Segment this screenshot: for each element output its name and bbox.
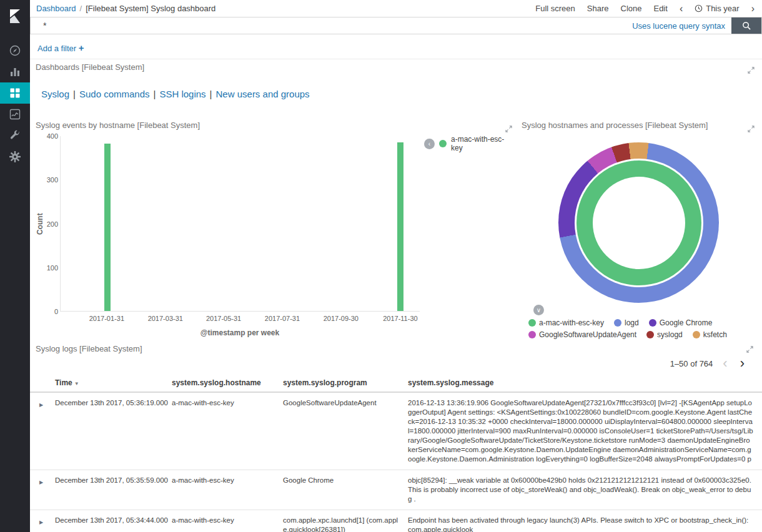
dashboard-link-sudo-commands[interactable]: Sudo commands (79, 89, 150, 99)
header-expander-col (30, 378, 55, 387)
row-expand-icon[interactable]: ▶ (30, 476, 55, 504)
kibana-logo-icon (7, 8, 23, 24)
cell-hostname: a-mac-with-esc-key (172, 516, 283, 532)
sort-caret-icon: ▼ (74, 381, 79, 387)
breadcrumb: Dashboard / [Filebeat System] Syslog das… (36, 4, 215, 13)
table-row: ▶ December 13th 2017, 05:36:19.000 a-mac… (30, 393, 762, 470)
legend-color-dot[interactable] (439, 140, 447, 147)
donut-inner-ring[interactable] (576, 160, 701, 285)
sidebar-item-timelion[interactable] (0, 104, 30, 125)
filter-bar: Add a filter + (30, 34, 762, 59)
header-hostname: system.syslog.hostname (172, 378, 283, 387)
panel-title: Syslog hostnames and processes [Filebeat… (516, 121, 762, 130)
clone-button[interactable]: Clone (621, 4, 642, 13)
x-axis: 2017-01-312017-03-312017-05-312017-07-31… (60, 315, 420, 323)
expand-panel-icon[interactable] (748, 65, 755, 76)
bar-2017-01-31[interactable] (104, 144, 111, 311)
prev-page-button[interactable]: ‹ (720, 357, 730, 370)
wrench-icon (9, 129, 21, 142)
top-bar: Dashboard / [Filebeat System] Syslog das… (30, 0, 762, 17)
panel-syslog-events: Syslog events by hostname [Filebeat Syst… (36, 117, 513, 342)
gear-icon (9, 150, 21, 163)
expand-panel-icon[interactable] (746, 344, 753, 355)
lucene-syntax-link[interactable]: Uses lucene query syntax (632, 21, 725, 31)
legend-color-dot (528, 319, 536, 327)
sidebar-item-discover[interactable] (0, 40, 30, 61)
sidebar-item-visualize[interactable] (0, 61, 30, 82)
breadcrumb-dashboard-link[interactable]: Dashboard (36, 4, 76, 13)
full-screen-button[interactable]: Full screen (535, 4, 575, 13)
legend-label: logd (625, 318, 639, 327)
legend-label: Google Chrome (660, 318, 713, 327)
legend-item[interactable]: a-mac-with-esc-key (528, 318, 604, 327)
clock-icon (695, 4, 703, 12)
y-tick-label: 300 (47, 176, 58, 184)
donut-hole (593, 177, 685, 269)
link-separator: | (73, 89, 76, 99)
legend-label[interactable]: a-mac-with-esc-key (451, 135, 513, 152)
expand-panel-icon[interactable] (748, 124, 755, 135)
x-axis-title: @timestamp per week (60, 328, 420, 337)
link-separator: | (154, 89, 156, 99)
legend-color-dot (528, 331, 536, 338)
bar-2017-11-30[interactable] (397, 142, 403, 311)
x-tick-label: 2017-11-30 (383, 315, 417, 322)
query-bar: Uses lucene query syntax (30, 17, 762, 34)
bar-chart-icon (9, 66, 21, 78)
dashboard-link-ssh-logins[interactable]: SSH logins (159, 89, 205, 99)
kibana-logo[interactable] (0, 0, 30, 32)
legend-label: syslogd (657, 330, 683, 339)
time-next-button[interactable]: › (751, 4, 755, 14)
x-tick-label: 2017-01-31 (89, 315, 124, 322)
donut-ring-gap (575, 159, 703, 287)
bar-chart-plot (60, 136, 420, 312)
row-expand-icon[interactable]: ▶ (30, 398, 55, 464)
legend-item[interactable]: GoogleSoftwareUpdateAgent (528, 330, 636, 339)
panel-syslog-logs: Syslog logs [Filebeat System] 1–50 of 76… (30, 339, 762, 532)
legend-item[interactable]: logd (614, 318, 639, 327)
legend-item[interactable]: ksfetch (693, 330, 727, 339)
breadcrumb-separator: / (80, 4, 82, 13)
x-tick-label: 2017-05-31 (206, 315, 241, 322)
time-range-label: This year (706, 4, 739, 13)
cell-program: com.apple.xpc.launchd[1] (com.apple.quic… (283, 516, 408, 532)
compass-icon (9, 44, 21, 57)
edit-button[interactable]: Edit (653, 4, 667, 13)
header-time[interactable]: Time▼ (55, 378, 172, 387)
add-filter-link[interactable]: Add a filter + (37, 44, 84, 53)
expand-panel-icon[interactable] (505, 124, 512, 135)
row-expand-icon[interactable]: ▶ (30, 516, 55, 532)
link-separator: | (210, 89, 212, 99)
cell-time: December 13th 2017, 05:35:59.000 (55, 476, 172, 504)
y-tick-label: 400 (47, 132, 58, 140)
sidebar-item-dashboard[interactable] (0, 82, 30, 104)
search-input[interactable] (31, 21, 632, 31)
cell-program: GoogleSoftwareUpdateAgent (283, 398, 408, 464)
dashboard-link-syslog[interactable]: Syslog (41, 89, 69, 99)
logs-table: Time▼ system.syslog.hostname system.sysl… (30, 375, 762, 532)
sidebar-item-dev-tools[interactable] (0, 125, 30, 146)
timelion-icon (9, 108, 21, 121)
table-header: Time▼ system.syslog.hostname system.sysl… (30, 375, 762, 393)
legend-item[interactable]: syslogd (646, 330, 683, 339)
dashboard-link-new-users[interactable]: New users and groups (216, 89, 310, 99)
legend-item[interactable]: Google Chrome (649, 318, 713, 327)
panel-dashboards-nav: Dashboards [Filebeat System] Syslog|Sudo… (36, 62, 755, 106)
donut-chart[interactable] (558, 142, 719, 303)
panel-title: Dashboards [Filebeat System] (36, 62, 755, 72)
pagination: 1–50 of 764 ‹ › (670, 357, 747, 370)
legend-label: a-mac-with-esc-key (539, 318, 604, 327)
legend-toggle-button[interactable]: ‹ (424, 139, 435, 149)
sidebar-item-management[interactable] (0, 146, 30, 167)
plus-icon: + (79, 42, 84, 53)
share-button[interactable]: Share (587, 4, 609, 13)
legend-toggle-button[interactable]: ∨ (533, 305, 544, 315)
time-picker-button[interactable]: This year (695, 4, 739, 13)
legend-color-dot (649, 319, 656, 327)
next-page-button[interactable]: › (738, 357, 747, 370)
time-prev-button[interactable]: ‹ (680, 4, 683, 14)
search-button[interactable] (731, 17, 761, 34)
search-icon (742, 21, 751, 31)
cell-program: Google Chrome (283, 476, 408, 504)
cell-time: December 13th 2017, 05:36:19.000 (55, 398, 172, 464)
